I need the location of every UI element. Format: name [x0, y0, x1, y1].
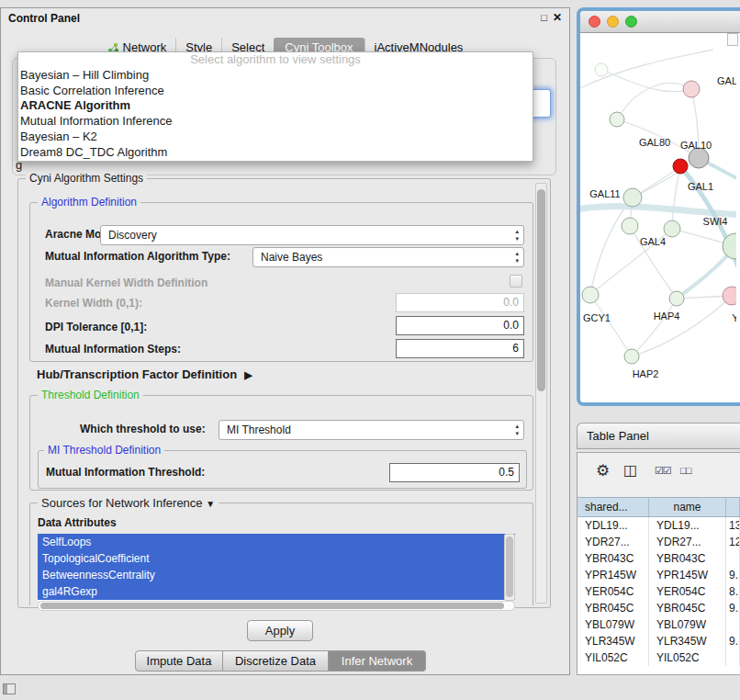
data-attributes-label: Data Attributes — [38, 516, 117, 529]
network-node[interactable] — [683, 81, 700, 97]
kernel-width-input[interactable]: 0.0 — [396, 293, 524, 312]
tab-impute-data[interactable]: Impute Data — [135, 650, 223, 672]
column-header-name[interactable]: name — [649, 498, 726, 516]
dpi-tolerance-input[interactable]: 0.0 — [396, 316, 524, 335]
manual-kernel-checkbox[interactable] — [510, 275, 522, 288]
panel-dock-icon[interactable] — [3, 683, 16, 694]
mi-threshold-input[interactable]: 0.5 — [389, 463, 520, 482]
algorithm-option[interactable]: ARACNE Algorithm — [18, 98, 533, 114]
table-row[interactable]: YBR045CYBR045C9. — [577, 600, 740, 616]
network-node[interactable] — [624, 349, 639, 364]
table-cell: YPR145W — [577, 567, 649, 583]
network-node-label: GCY1 — [583, 312, 611, 323]
control-panel-window: Control Panel □ ✕ Network Style Select C… — [0, 7, 570, 675]
table-cell: YLR345W — [649, 633, 726, 649]
attribute-list-item[interactable]: SelfLoops — [38, 534, 515, 550]
table-row[interactable]: YBL079WYBL079W — [577, 616, 740, 633]
table-cell: YBR045C — [577, 600, 649, 616]
column-header-shared-name[interactable]: shared... — [577, 498, 649, 516]
algorithm-option[interactable]: Bayesian – K2 — [18, 130, 533, 145]
columns-icon[interactable]: ◫ — [623, 461, 637, 479]
network-node[interactable] — [622, 218, 638, 234]
popup-placeholder: Select algorithm to view settings — [18, 52, 533, 68]
table-cell: YBR045C — [649, 600, 726, 616]
table-row[interactable]: YDL19...YDL19...13 — [577, 517, 740, 534]
table-header: shared... name — [577, 497, 740, 517]
table-cell: YPR145W — [649, 567, 726, 583]
tab-infer-network[interactable]: Infer Network — [329, 650, 426, 672]
mi-type-value: Naive Bayes — [261, 251, 322, 264]
which-threshold-select[interactable]: MI Threshold ▴▾ — [219, 420, 524, 440]
apply-button[interactable]: Apply — [247, 620, 313, 641]
table-row[interactable]: YPR145WYPR145W9. — [577, 567, 740, 583]
column-header-partial[interactable] — [726, 498, 740, 516]
minimize-traffic-light-icon[interactable] — [607, 16, 619, 28]
scrollbar-thumb[interactable] — [537, 189, 545, 391]
hscrollbar-thumb[interactable] — [40, 603, 504, 609]
table-cell: YBL079W — [577, 616, 649, 633]
attribute-list-item[interactable]: gal4RGexp — [38, 583, 515, 600]
network-node[interactable] — [610, 112, 624, 127]
network-window-titlebar[interactable] — [580, 11, 740, 33]
tab-discretize-data[interactable]: Discretize Data — [223, 650, 329, 672]
which-threshold-value: MI Threshold — [227, 423, 291, 436]
algorithm-option[interactable]: Mutual Information Inference — [18, 114, 533, 130]
table-cell: YDR27... — [577, 534, 649, 550]
network-node[interactable] — [664, 220, 680, 237]
group-title: Cyni Algorithm Settings — [26, 172, 147, 185]
network-node-label: SWI4 — [703, 216, 728, 227]
table-cell: 13 — [726, 517, 740, 534]
mi-steps-input[interactable]: 6 — [396, 339, 524, 358]
close-window-icon[interactable]: ✕ — [553, 11, 562, 24]
network-node[interactable] — [669, 291, 684, 306]
mi-steps-label: Mutual Information Steps: — [45, 343, 181, 356]
table-row[interactable]: YER054CYER054C8. — [577, 583, 740, 600]
sources-toggle[interactable]: Sources for Network Inference ▼ — [38, 496, 219, 510]
select-all-rows-icon[interactable]: ☑☑ — [655, 465, 671, 477]
attribute-list-item[interactable]: BetweennessCentrality — [38, 567, 515, 583]
deselect-all-rows-icon[interactable]: □□ — [680, 465, 690, 476]
attributes-list-scrollbar[interactable] — [504, 534, 515, 601]
network-node[interactable] — [723, 287, 736, 305]
network-node[interactable] — [689, 148, 709, 168]
scrollbar-thumb[interactable] — [506, 536, 513, 597]
network-node-label: GAL4 — [640, 236, 666, 247]
float-window-icon[interactable]: □ — [541, 12, 547, 23]
combo-arrows-icon: ▴▾ — [515, 228, 519, 243]
table-cell: YDR27... — [649, 534, 726, 550]
table-cell — [726, 616, 740, 633]
algorithm-option[interactable]: Basic Correlation Inference — [18, 84, 533, 99]
table-row[interactable]: YDR27...YDR27...12 — [577, 534, 740, 550]
network-node[interactable] — [582, 287, 599, 303]
network-node[interactable] — [595, 63, 608, 76]
network-node[interactable] — [623, 188, 642, 207]
window-title: Control Panel — [8, 12, 80, 25]
sources-group: Sources for Network Inference ▼ Data Att… — [29, 502, 533, 605]
network-node-label: GAL — [717, 75, 736, 86]
attributes-hscrollbar[interactable] — [38, 601, 515, 611]
table-row[interactable]: YBR043CYBR043C — [577, 550, 740, 567]
mi-type-select[interactable]: Naive Bayes ▴▾ — [252, 247, 524, 267]
table-row[interactable]: YIL052CYIL052C — [577, 649, 740, 666]
table-body: YDL19...YDL19...13YDR27...YDR27...12YBR0… — [577, 517, 740, 674]
settings-scrollbar[interactable] — [535, 183, 547, 604]
table-panel-titlebar[interactable]: Table Panel — [577, 423, 740, 449]
network-node-label: HAP2 — [633, 368, 659, 379]
aracne-mode-select[interactable]: Discovery ▴▾ — [100, 225, 524, 245]
algorithm-option[interactable]: Bayesian – Hill Climbing — [18, 68, 533, 84]
hub-section-toggle[interactable]: Hub/Transcription Factor Definition▶ — [37, 367, 252, 381]
close-traffic-light-icon[interactable] — [589, 16, 600, 28]
network-node-label: GAL11 — [589, 188, 620, 199]
attribute-list-item[interactable]: TopologicalCoefficient — [38, 550, 515, 567]
control-panel-titlebar[interactable]: Control Panel □ ✕ — [1, 8, 569, 28]
network-node[interactable] — [673, 159, 688, 174]
combo-arrows-icon: ▴▾ — [515, 250, 519, 265]
manual-kernel-label: Manual Kernel Width Definition — [45, 277, 207, 289]
zoom-traffic-light-icon[interactable] — [625, 16, 637, 28]
table-row[interactable]: YLR345WYLR345W9. — [577, 633, 740, 649]
table-settings-gear-icon[interactable]: ⚙ — [596, 461, 610, 480]
algorithm-definition-group: Algorithm Definition Aracne Mode: Discov… — [29, 202, 533, 362]
data-attributes-list: SelfLoopsTopologicalCoefficientBetweenne… — [38, 534, 515, 601]
network-canvas[interactable]: GALGAL80GAL10GAL11GAL1SWI4GAL4GCY1HAP4YH… — [580, 33, 740, 402]
algorithm-option[interactable]: Dream8 DC_TDC Algorithm — [18, 145, 533, 161]
